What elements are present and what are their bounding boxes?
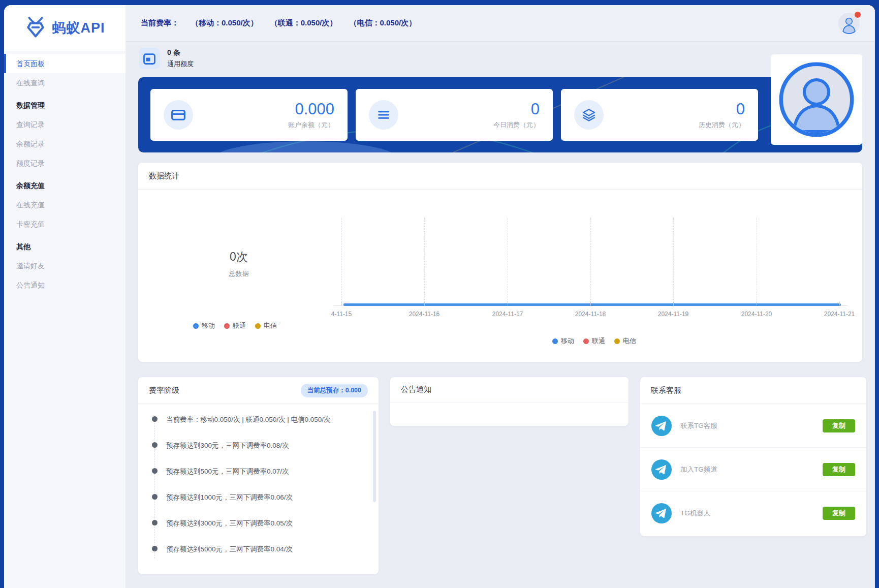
legend-dot-mobile bbox=[552, 338, 558, 344]
sidebar-item-card-recharge[interactable]: 卡密充值 bbox=[4, 214, 125, 234]
sidebar-item-announcements[interactable]: 公告通知 bbox=[4, 275, 125, 295]
legend-mobile[interactable]: 移动 bbox=[193, 321, 215, 330]
legend-mobile[interactable]: 移动 bbox=[552, 336, 574, 346]
tier-item: 预存额达到5000元，三网下调费率0.04/次 bbox=[152, 545, 363, 571]
tick bbox=[757, 301, 757, 305]
history-value: 0 bbox=[699, 100, 745, 118]
tick-label: 2024-11-18 bbox=[560, 311, 621, 318]
sidebar-section-other: 其他 bbox=[4, 237, 125, 256]
menu-lines-icon bbox=[369, 100, 398, 130]
statistics-panel: 数据统计 4-11-15 2024-11-16 2024-11-17 bbox=[138, 163, 862, 362]
contact-support-panel: 联系客服 联系TG客服 复制 加入TG频道 bbox=[640, 377, 866, 536]
sidebar-item-home[interactable]: 首页面板 bbox=[4, 54, 125, 73]
support-row-tg-service[interactable]: 联系TG客服 复制 bbox=[640, 404, 866, 448]
tier-item: 预存额达到300元，三网下调费率0.08/次 bbox=[152, 441, 363, 467]
support-label: 加入TG频道 bbox=[680, 465, 717, 474]
zero-value-line bbox=[343, 303, 841, 306]
stat-card-balance: 0.000 账户余额（元） bbox=[150, 89, 348, 141]
tick bbox=[839, 301, 840, 305]
statistics-chart: 4-11-15 2024-11-16 2024-11-17 2024-11-18… bbox=[138, 190, 862, 362]
gridline bbox=[508, 218, 508, 305]
profile-avatar-card bbox=[771, 54, 862, 145]
tick-label: 2024-11-19 bbox=[643, 311, 704, 318]
legend-unicom[interactable]: 联通 bbox=[583, 336, 605, 346]
layers-icon bbox=[574, 100, 604, 130]
stats-banner: 0.000 账户余额（元） 0 今日消费（元） bbox=[138, 77, 862, 152]
total-prestore-badge: 当前总预存：0.000 bbox=[301, 384, 368, 397]
total-data-label: 总数据 bbox=[198, 269, 279, 278]
legend-unicom[interactable]: 联通 bbox=[224, 321, 246, 330]
tick bbox=[424, 301, 425, 305]
gridline bbox=[341, 218, 342, 305]
ant-logo-icon bbox=[24, 16, 47, 40]
legend-telecom[interactable]: 电信 bbox=[614, 336, 636, 346]
sidebar-item-balance-records[interactable]: 余额记录 bbox=[4, 134, 125, 153]
legend-dot-telecom bbox=[255, 323, 261, 329]
contact-support-title: 联系客服 bbox=[640, 377, 866, 404]
tick bbox=[673, 301, 674, 305]
tier-item: 当前费率：移动0.050/次 | 联通0.050/次 | 电信0.050/次 bbox=[152, 415, 363, 441]
support-label: 联系TG客服 bbox=[680, 421, 717, 430]
gridline bbox=[757, 218, 757, 305]
support-row-tg-channel[interactable]: 加入TG频道 复制 bbox=[640, 448, 866, 491]
telegram-icon bbox=[651, 503, 672, 523]
today-label: 今日消费（元） bbox=[493, 120, 540, 130]
telegram-icon bbox=[651, 416, 672, 436]
legend-dot-telecom bbox=[614, 338, 620, 344]
legend-label: 电信 bbox=[623, 336, 636, 346]
tick bbox=[590, 301, 591, 305]
sidebar-item-query-records[interactable]: 查询记录 bbox=[4, 115, 125, 134]
legend-label: 联通 bbox=[233, 321, 246, 330]
copy-button[interactable]: 复制 bbox=[823, 419, 855, 432]
announcements-panel: 公告通知 bbox=[390, 377, 629, 426]
stat-card-today: 0 今日消费（元） bbox=[356, 89, 553, 141]
legend-telecom[interactable]: 电信 bbox=[255, 321, 277, 330]
legend-dot-unicom bbox=[583, 338, 589, 344]
profile-avatar[interactable] bbox=[778, 61, 855, 138]
tick-label: 2024-11-16 bbox=[394, 311, 455, 318]
total-data-stat: 0次 总数据 bbox=[198, 249, 279, 278]
tier-item: 预存额达到1000元，三网下调费率0.06/次 bbox=[152, 493, 363, 519]
sidebar-item-online-query[interactable]: 在线查询 bbox=[4, 73, 125, 92]
support-label: TG机器人 bbox=[680, 509, 710, 518]
app-container: 蚂蚁API 首页面板 在线查询 数据管理 查询记录 余额记录 额度记录 余额充值… bbox=[4, 5, 875, 588]
sidebar-item-quota-records[interactable]: 额度记录 bbox=[4, 153, 125, 173]
tier-item: 预存额达到3000元，三网下调费率0.05/次 bbox=[152, 519, 363, 545]
pie-legend: 移动 联通 电信 bbox=[193, 321, 277, 330]
sidebar: 蚂蚁API 首页面板 在线查询 数据管理 查询记录 余额记录 额度记录 余额充值… bbox=[4, 5, 125, 588]
legend-dot-mobile bbox=[193, 323, 199, 329]
legend-label: 电信 bbox=[264, 321, 277, 330]
tier-item: 预存额达到500元，三网下调费率0.07/次 bbox=[152, 467, 363, 493]
copy-button[interactable]: 复制 bbox=[823, 507, 855, 520]
quota-label: 通用额度 bbox=[167, 59, 194, 69]
sidebar-nav: 首页面板 在线查询 数据管理 查询记录 余额记录 额度记录 余额充值 在线充值 … bbox=[4, 51, 125, 295]
main-area: 当前费率： （移动：0.050/次） （联通：0.050/次） （电信：0.05… bbox=[125, 5, 875, 588]
logo: 蚂蚁API bbox=[4, 5, 125, 51]
gridline bbox=[673, 218, 674, 305]
rate-tiers-panel: 费率阶级 当前总预存：0.000 当前费率：移动0.050/次 | 联通0.05… bbox=[138, 377, 379, 574]
calendar-icon bbox=[139, 48, 160, 69]
sidebar-item-invite-friends[interactable]: 邀请好友 bbox=[4, 256, 125, 275]
today-value: 0 bbox=[493, 100, 540, 118]
rate-tier-list: 当前费率：移动0.050/次 | 联通0.050/次 | 电信0.050/次 预… bbox=[152, 415, 363, 571]
sidebar-item-online-recharge[interactable]: 在线充值 bbox=[4, 195, 125, 214]
legend-label: 移动 bbox=[561, 336, 574, 346]
tick-label: 4-11-15 bbox=[311, 311, 372, 318]
copy-button[interactable]: 复制 bbox=[823, 463, 855, 476]
sidebar-section-data-management: 数据管理 bbox=[4, 96, 125, 115]
rate-tiers-title: 费率阶级 bbox=[149, 386, 179, 395]
support-row-tg-bot[interactable]: TG机器人 复制 bbox=[640, 491, 866, 535]
history-label: 历史消费（元） bbox=[699, 120, 745, 130]
stat-card-history: 0 历史消费（元） bbox=[561, 89, 758, 141]
line-legend: 移动 联通 电信 bbox=[552, 336, 636, 346]
scrollbar-thumb[interactable] bbox=[373, 411, 376, 502]
telegram-icon bbox=[651, 459, 672, 480]
quota-summary: 0 条 通用额度 bbox=[139, 48, 194, 69]
stat-cards: 0.000 账户余额（元） 0 今日消费（元） bbox=[150, 89, 758, 141]
user-avatar-button[interactable] bbox=[838, 13, 860, 34]
tick-label: 2024-11-20 bbox=[726, 311, 787, 318]
topbar: 当前费率： （移动：0.050/次） （联通：0.050/次） （电信：0.05… bbox=[125, 5, 875, 42]
quota-count: 0 条 bbox=[167, 48, 194, 57]
notification-dot bbox=[855, 12, 861, 18]
app-title: 蚂蚁API bbox=[52, 19, 105, 37]
